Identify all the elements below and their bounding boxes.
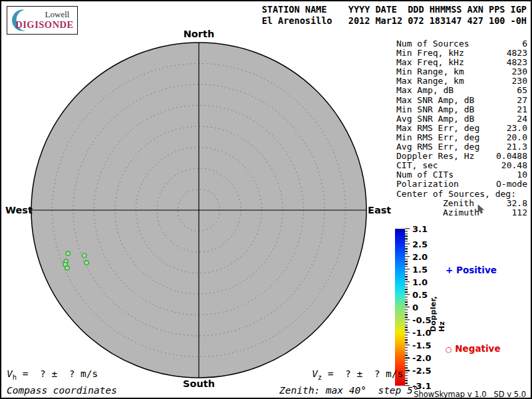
vh-value: = ? ± ? m/s xyxy=(23,368,98,379)
colorbar-major-tick xyxy=(405,344,410,345)
stat-row: Min Freq, kHz4823 xyxy=(396,49,527,58)
colorbar-major-tick xyxy=(405,319,410,320)
colorbar-minor-tick xyxy=(405,378,408,378)
colorbar-minor-tick xyxy=(405,233,408,234)
stat-label: Min Freq, kHz xyxy=(396,49,464,58)
stat-label: Min Range, km xyxy=(396,67,464,76)
colorbar-minor-tick xyxy=(405,289,408,290)
source-dot xyxy=(65,266,69,270)
vz-spacer xyxy=(322,368,328,379)
colorbar-major-tick xyxy=(405,370,410,370)
colorbar-major-tick xyxy=(405,243,410,244)
colorbar-minor-tick xyxy=(405,330,408,331)
colorbar-minor-tick xyxy=(405,317,408,318)
colorbar-minor-tick xyxy=(405,231,408,231)
stat-row: Num of CITs10 xyxy=(396,170,527,180)
colorbar-minor-tick xyxy=(405,241,408,241)
colorbar-minor-tick xyxy=(405,312,408,313)
colorbar-tick-label: 2.0 xyxy=(412,251,428,261)
colorbar-minor-tick xyxy=(405,249,408,249)
stat-value: 4823 xyxy=(507,58,527,67)
stat-value: 230 xyxy=(512,67,527,76)
source-dot xyxy=(82,253,86,257)
colorbar-major-tick xyxy=(405,294,410,295)
colorbar-minor-tick xyxy=(405,266,408,267)
stat-value: 24 xyxy=(517,114,527,124)
colorbar-minor-tick xyxy=(405,375,408,376)
zenith-scale-note: Zenith: max 40° step 5° xyxy=(279,385,419,396)
colorbar-minor-tick xyxy=(405,239,408,239)
stat-row: Min Range, km230 xyxy=(396,67,527,76)
stat-label: CIT, sec xyxy=(396,161,438,170)
colorbar-tick-label: 1.5 xyxy=(412,264,428,274)
circle-marker-icon: ○ xyxy=(446,345,452,354)
colorbar-minor-tick xyxy=(405,325,408,325)
stat-row: Zenith32.8 xyxy=(396,199,527,208)
colorbar-tick-label: 3.1 xyxy=(412,224,428,234)
stat-row: Max Amp, dB65 xyxy=(396,86,527,95)
legend-negative: ○ Negative xyxy=(446,343,501,354)
colorbar-minor-tick xyxy=(405,297,408,297)
colorbar-minor-tick xyxy=(405,264,408,265)
stat-row: Azimuth112 xyxy=(396,208,527,217)
compass-label-south: South xyxy=(182,378,215,389)
showskymap-window: Lowell DIGISONDE STATION NAME YYYY DATE … xyxy=(0,0,532,399)
colorbar-minor-tick xyxy=(405,253,408,254)
stat-row: Max Freq, kHz4823 xyxy=(396,58,527,67)
horizontal-velocity-readout: Vh = ? ± ? m/s xyxy=(7,368,98,381)
colorbar-tick-label: 1.0 xyxy=(412,277,428,287)
mouse-cursor-icon xyxy=(477,205,485,214)
legend-positive-label: Positive xyxy=(456,265,497,275)
legend-negative-label: Negative xyxy=(455,343,500,354)
colorbar-minor-tick xyxy=(405,291,408,292)
stat-label: Min SNR Amp, dB xyxy=(396,105,474,114)
stat-row: Min SNR Amp, dB21 xyxy=(396,105,527,114)
stat-row: CIT, sec20.48 xyxy=(396,161,527,170)
stat-value: 0.0488 xyxy=(496,152,527,161)
colorbar-minor-tick xyxy=(405,287,408,287)
colorbar-major-tick xyxy=(405,332,410,332)
colorbar-minor-tick xyxy=(405,350,408,350)
colorbar-minor-tick xyxy=(405,302,408,303)
stat-row: Num of Sources6 xyxy=(396,39,527,49)
colorbar-minor-tick xyxy=(405,277,408,277)
stat-label: Avg RMS Err, deg xyxy=(396,142,479,152)
vertical-velocity-readout: Vz = ? ± ? m/s xyxy=(312,368,403,381)
source-dot xyxy=(84,261,88,265)
doppler-colorbar: 3.12.52.01.51.00.50-0.5-1.0-1.5-2.0-2.5-… xyxy=(395,229,405,386)
colorbar-tick-label: 2.5 xyxy=(412,239,428,249)
colorbar-minor-tick xyxy=(405,304,408,305)
plus-marker-icon: + xyxy=(446,265,453,275)
vz-symbol: V xyxy=(312,368,318,379)
stat-value: 32.8 xyxy=(507,199,527,208)
stat-value: 21 xyxy=(517,105,527,114)
colorbar-minor-tick xyxy=(405,360,408,360)
legend-positive: + Positive xyxy=(446,265,497,275)
stat-label: Max SNR Amp, dB xyxy=(396,96,474,105)
stat-value: 65 xyxy=(517,86,527,95)
stat-label: Doppler Res, Hz xyxy=(396,152,474,161)
colorbar-minor-tick xyxy=(405,334,408,335)
colorbar-minor-tick xyxy=(405,372,408,373)
stat-value: 6 xyxy=(522,39,527,49)
stat-label: Min RMS Err, deg xyxy=(396,133,479,142)
stat-label: Polarization xyxy=(396,180,459,189)
stat-label: Max Amp, dB xyxy=(396,86,454,95)
colorbar-minor-tick xyxy=(405,342,408,343)
colorbar-gradient xyxy=(395,229,405,386)
stats-panel: Num of Sources6Min Freq, kHz4823Max Freq… xyxy=(396,39,527,217)
colorbar-minor-tick xyxy=(405,279,408,279)
colorbar-minor-tick xyxy=(405,271,408,272)
source-dot xyxy=(66,251,70,255)
colorbar-minor-tick xyxy=(405,246,408,247)
vz-value: = ? ± ? m/s xyxy=(328,368,404,379)
stat-row: Min RMS Err, deg20.0 xyxy=(396,133,527,142)
colorbar-minor-tick xyxy=(405,362,408,363)
colorbar-minor-tick xyxy=(405,380,408,381)
colorbar-tick-label: 0 xyxy=(412,303,418,313)
stat-label: Azimuth xyxy=(396,208,479,217)
compass-label-north: North xyxy=(182,29,215,39)
stat-row: Avg RMS Err, deg21.3 xyxy=(396,142,527,152)
stat-value: 20.48 xyxy=(501,161,527,170)
colorbar-minor-tick xyxy=(405,236,408,237)
